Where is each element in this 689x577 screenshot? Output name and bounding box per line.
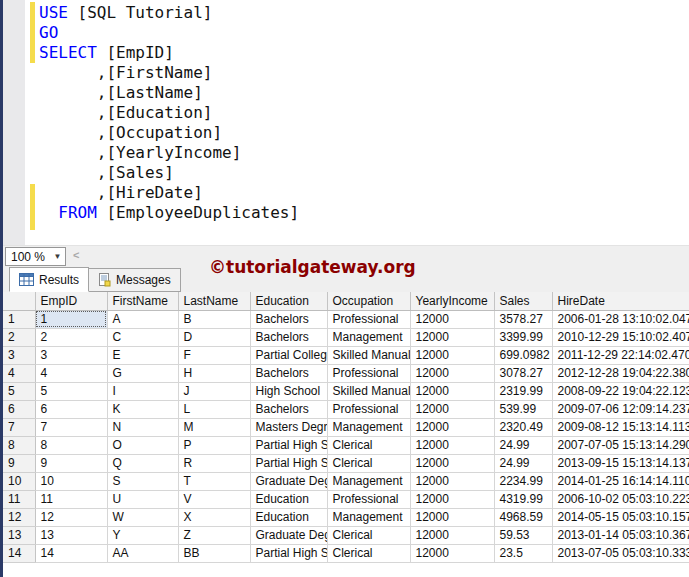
grid-cell[interactable]: AA [107,544,178,562]
grid-cell[interactable]: 4 [35,364,107,382]
column-header-sales[interactable]: Sales [494,292,552,310]
grid-cell[interactable]: A [107,310,178,328]
grid-cell[interactable]: 12000 [410,436,494,454]
chevron-down-icon[interactable]: ▼ [50,252,65,261]
grid-cell[interactable]: Bachelors [250,328,327,346]
grid-cell[interactable]: G [107,364,178,382]
grid-cell[interactable]: 2006-10-02 05:03:10.223 [552,490,689,508]
row-number[interactable]: 12 [3,508,35,526]
grid-cell[interactable]: Masters Degree [250,418,327,436]
row-number[interactable]: 1 [3,310,35,328]
grid-cell[interactable]: 2009-08-12 15:13:14.113 [552,418,689,436]
grid-cell[interactable]: Professional [327,400,410,418]
grid-cell[interactable]: 2009-07-06 12:09:14.237 [552,400,689,418]
row-number[interactable]: 8 [3,436,35,454]
grid-cell[interactable]: 3399.99 [494,328,552,346]
grid-cell[interactable]: 12000 [410,382,494,400]
grid-cell[interactable]: Y [107,526,178,544]
grid-cell[interactable]: 11 [35,490,107,508]
grid-cell[interactable]: 2007-07-05 15:13:14.290 [552,436,689,454]
grid-cell[interactable]: Partial High School [250,544,327,562]
grid-cell[interactable]: 2006-01-28 13:10:02.047 [552,310,689,328]
grid-cell[interactable]: 10 [35,472,107,490]
row-number[interactable]: 7 [3,418,35,436]
grid-cell[interactable]: 12000 [410,544,494,562]
grid-cell[interactable]: 2011-12-29 22:14:02.470 [552,346,689,364]
grid-cell[interactable]: 12 [35,508,107,526]
grid-cell[interactable]: 24.99 [494,436,552,454]
grid-cell[interactable]: Management [327,418,410,436]
grid-cell[interactable]: Management [327,508,410,526]
grid-cell[interactable]: Graduate Degree [250,526,327,544]
grid-cell[interactable]: D [178,328,250,346]
row-number[interactable]: 6 [3,400,35,418]
grid-cell[interactable]: S [107,472,178,490]
grid-cell[interactable]: 7 [35,418,107,436]
grid-cell[interactable]: Graduate Degree [250,472,327,490]
grid-cell[interactable]: P [178,436,250,454]
row-number[interactable]: 4 [3,364,35,382]
grid-cell[interactable]: 5 [35,382,107,400]
grid-cell[interactable]: N [107,418,178,436]
grid-cell[interactable]: 12000 [410,400,494,418]
grid-cell[interactable]: 2013-09-15 15:13:14.137 [552,454,689,472]
grid-cell[interactable]: Z [178,526,250,544]
tab-results[interactable]: Results [9,267,89,292]
grid-cell[interactable]: Professional [327,364,410,382]
grid-cell[interactable]: Professional [327,490,410,508]
grid-cell[interactable]: 699.0982 [494,346,552,364]
grid-cell[interactable]: Q [107,454,178,472]
grid-cell[interactable]: Bachelors [250,364,327,382]
grid-cell[interactable]: V [178,490,250,508]
grid-cell[interactable]: 12000 [410,346,494,364]
sql-editor[interactable]: USE [SQL Tutorial]GOSELECT [EmpID] ,[Fir… [3,0,689,245]
grid-cell[interactable]: 2319.99 [494,382,552,400]
row-number[interactable]: 5 [3,382,35,400]
grid-cell[interactable]: Education [250,490,327,508]
column-header-yearlyincome[interactable]: YearlyIncome [410,292,494,310]
grid-cell[interactable]: Skilled Manual [327,346,410,364]
grid-cell[interactable]: Partial College [250,346,327,364]
grid-cell[interactable]: 2 [35,328,107,346]
grid-cell[interactable]: 23.5 [494,544,552,562]
grid-cell[interactable]: 9 [35,454,107,472]
column-header-education[interactable]: Education [250,292,327,310]
grid-cell[interactable]: 2013-01-14 05:03:10.367 [552,526,689,544]
grid-cell[interactable]: 8 [35,436,107,454]
grid-cell[interactable]: Education [250,508,327,526]
grid-cell[interactable]: Skilled Manual [327,382,410,400]
grid-cell[interactable]: 2012-12-28 19:04:22.380 [552,364,689,382]
grid-cell[interactable]: Clerical [327,454,410,472]
grid-cell[interactable]: Partial High School [250,436,327,454]
grid-cell[interactable]: 12000 [410,490,494,508]
row-number[interactable]: 14 [3,544,35,562]
grid-cell[interactable]: High School [250,382,327,400]
scroll-left-icon[interactable]: < [73,249,79,261]
grid-cell[interactable]: 12000 [410,472,494,490]
grid-cell[interactable]: 12000 [410,418,494,436]
grid-cell[interactable]: 2013-07-05 05:03:10.333 [552,544,689,562]
grid-cell[interactable]: Clerical [327,544,410,562]
grid-cell[interactable]: 2320.49 [494,418,552,436]
grid-cell[interactable]: 539.99 [494,400,552,418]
column-header-firstname[interactable]: FirstName [107,292,178,310]
row-number[interactable]: 2 [3,328,35,346]
row-number[interactable]: 10 [3,472,35,490]
grid-cell[interactable]: Professional [327,310,410,328]
grid-cell[interactable]: 4319.99 [494,490,552,508]
grid-cell[interactable]: W [107,508,178,526]
grid-cell[interactable]: 3078.27 [494,364,552,382]
row-number[interactable]: 11 [3,490,35,508]
grid-cell[interactable]: Clerical [327,526,410,544]
grid-cell[interactable]: Management [327,328,410,346]
grid-cell[interactable]: C [107,328,178,346]
grid-cell[interactable]: F [178,346,250,364]
column-header-occupation[interactable]: Occupation [327,292,410,310]
grid-cell[interactable]: 24.99 [494,454,552,472]
row-number[interactable]: 3 [3,346,35,364]
grid-cell[interactable]: R [178,454,250,472]
grid-cell[interactable]: 12000 [410,508,494,526]
grid-cell[interactable]: BB [178,544,250,562]
grid-cell[interactable]: 2234.99 [494,472,552,490]
grid-cell[interactable]: 13 [35,526,107,544]
